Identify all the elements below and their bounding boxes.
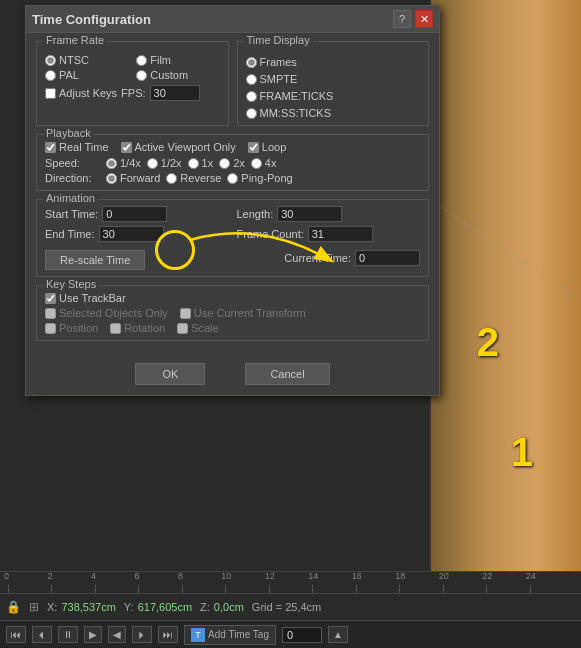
use-current-transform-label: Use Current Transform — [194, 307, 306, 319]
real-time-label: Real Time — [59, 141, 109, 153]
current-time-input[interactable] — [355, 250, 420, 266]
playback-label: Playback — [43, 127, 94, 139]
ping-pong-label: Ping-Pong — [241, 172, 292, 184]
mmss-ticks-label: MM:SS:TICKS — [260, 107, 332, 119]
ntsc-label: NTSC — [59, 54, 89, 66]
radio-mmss-ticks[interactable]: MM:SS:TICKS — [246, 107, 421, 119]
time-configuration-dialog: Time Configuration ? ✕ Frame Rate NTSC F… — [25, 5, 440, 396]
adjust-keys-item[interactable]: Adjust Keys — [45, 87, 117, 99]
status-bar: 🔒 ⊞ X: 738,537cm Y: 617,605cm Z: 0,0cm G… — [0, 593, 581, 620]
grid-info: Grid = 25,4cm — [252, 601, 321, 613]
use-trackbar-label: Use TrackBar — [59, 292, 126, 304]
radio-pal[interactable]: PAL — [45, 69, 128, 81]
frame-count-input[interactable] — [308, 226, 373, 242]
x-label: X: — [47, 601, 57, 613]
z-label: Z: — [200, 601, 210, 613]
dialog-body: Frame Rate NTSC Film PAL — [26, 33, 439, 357]
tick-2: 2 — [51, 585, 94, 593]
end-time-row: End Time: — [45, 226, 229, 242]
radio-ping-pong[interactable]: Ping-Pong — [227, 172, 292, 184]
add-timetag-label: Add Time Tag — [208, 629, 269, 640]
close-button[interactable]: ✕ — [415, 10, 433, 28]
radio-half-speed[interactable]: 1/2x — [147, 157, 182, 169]
playback-checkbox-row: Real Time Active Viewport Only Loop — [45, 141, 420, 153]
4x-speed-label: 4x — [265, 157, 277, 169]
y-value: 617,605cm — [138, 601, 192, 613]
selected-objects-item: Selected Objects Only — [45, 307, 168, 319]
next-frame-button[interactable]: ⏵ — [132, 626, 152, 643]
use-trackbar-item[interactable]: Use TrackBar — [45, 292, 420, 304]
key-steps-label: Key Steps — [43, 278, 99, 290]
timetag-bar: ⏮ ⏴ ⏸ ▶ ◀ ⏵ ⏭ T Add Time Tag ▲ — [0, 620, 581, 648]
scale-item: Scale — [177, 322, 219, 334]
radio-quarter-speed[interactable]: 1/4x — [106, 157, 141, 169]
goto-start-button[interactable]: ⏮ — [6, 626, 26, 643]
selected-objects-label: Selected Objects Only — [59, 307, 168, 319]
grid-icon: ⊞ — [29, 600, 39, 614]
radio-frames[interactable]: Frames — [246, 56, 421, 68]
radio-1x-speed[interactable]: 1x — [188, 157, 214, 169]
frame-rate-section: Frame Rate NTSC Film PAL — [36, 41, 229, 126]
dialog-titlebar: Time Configuration ? ✕ — [26, 6, 439, 33]
loop-label: Loop — [262, 141, 286, 153]
timeline-bar: 0 2 4 6 8 10 12 14 16 18 20 22 24 — [0, 571, 581, 593]
rescale-time-button[interactable]: Re-scale Time — [45, 250, 145, 270]
radio-ntsc[interactable]: NTSC — [45, 54, 128, 66]
add-time-tag-button[interactable]: T Add Time Tag — [184, 625, 276, 645]
x-coords: X: 738,537cm — [47, 601, 116, 613]
length-input[interactable] — [277, 206, 342, 222]
radio-frame-ticks[interactable]: FRAME:TICKS — [246, 90, 421, 102]
radio-forward[interactable]: Forward — [106, 172, 160, 184]
half-speed-label: 1/2x — [161, 157, 182, 169]
start-time-input[interactable] — [102, 206, 167, 222]
position-item: Position — [45, 322, 98, 334]
timeline-ticks: 0 2 4 6 8 10 12 14 16 18 20 22 24 — [4, 572, 577, 593]
pal-label: PAL — [59, 69, 79, 81]
start-time-row: Start Time: — [45, 206, 229, 222]
radio-reverse[interactable]: Reverse — [166, 172, 221, 184]
tick-24: 24 — [530, 585, 573, 593]
frame-count-row: Frame Count: — [237, 226, 421, 242]
radio-film[interactable]: Film — [136, 54, 219, 66]
fps-text-label: FPS: — [121, 87, 145, 99]
active-viewport-item[interactable]: Active Viewport Only — [121, 141, 236, 153]
fps-input[interactable] — [150, 85, 200, 101]
radio-2x-speed[interactable]: 2x — [219, 157, 245, 169]
lock-icon: 🔒 — [6, 600, 21, 614]
dialog-title: Time Configuration — [32, 12, 151, 27]
scale-label: Scale — [191, 322, 219, 334]
tick-12: 12 — [269, 585, 312, 593]
key-steps-section: Key Steps Use TrackBar Selected Objects … — [36, 285, 429, 341]
play-button[interactable]: ▶ — [84, 626, 102, 643]
direction-row: Direction: Forward Reverse Ping-Pong — [45, 172, 420, 184]
tick-6: 6 — [138, 585, 181, 593]
loop-item[interactable]: Loop — [248, 141, 286, 153]
play-reverse-button[interactable]: ◀ — [108, 626, 126, 643]
end-time-text: End Time: — [45, 228, 95, 240]
animation-label: Animation — [43, 192, 98, 204]
ok-button[interactable]: OK — [135, 363, 205, 385]
speed-row: Speed: 1/4x 1/2x 1x 2x — [45, 157, 420, 169]
time-display-label: Time Display — [244, 34, 313, 46]
speed-text-label: Speed: — [45, 157, 100, 169]
tick-18: 18 — [399, 585, 442, 593]
goto-end-button[interactable]: ⏭ — [158, 626, 178, 643]
frame-rate-label: Frame Rate — [43, 34, 107, 46]
tick-14: 14 — [312, 585, 355, 593]
cancel-button[interactable]: Cancel — [245, 363, 329, 385]
use-current-transform-item: Use Current Transform — [180, 307, 306, 319]
svg-rect-2 — [430, 0, 581, 648]
time-tag-input[interactable] — [282, 627, 322, 643]
radio-smpte[interactable]: SMPTE — [246, 73, 421, 85]
real-time-item[interactable]: Real Time — [45, 141, 109, 153]
help-button[interactable]: ? — [393, 10, 411, 28]
pause-button[interactable]: ⏸ — [58, 626, 78, 643]
position-label: Position — [59, 322, 98, 334]
radio-4x-speed[interactable]: 4x — [251, 157, 277, 169]
end-time-input[interactable] — [99, 226, 164, 242]
radio-custom[interactable]: Custom — [136, 69, 219, 81]
smpte-label: SMPTE — [260, 73, 298, 85]
playback-section: Playback Real Time Active Viewport Only … — [36, 134, 429, 191]
prev-frame-button[interactable]: ⏴ — [32, 626, 52, 643]
time-spinner-up[interactable]: ▲ — [328, 626, 348, 643]
